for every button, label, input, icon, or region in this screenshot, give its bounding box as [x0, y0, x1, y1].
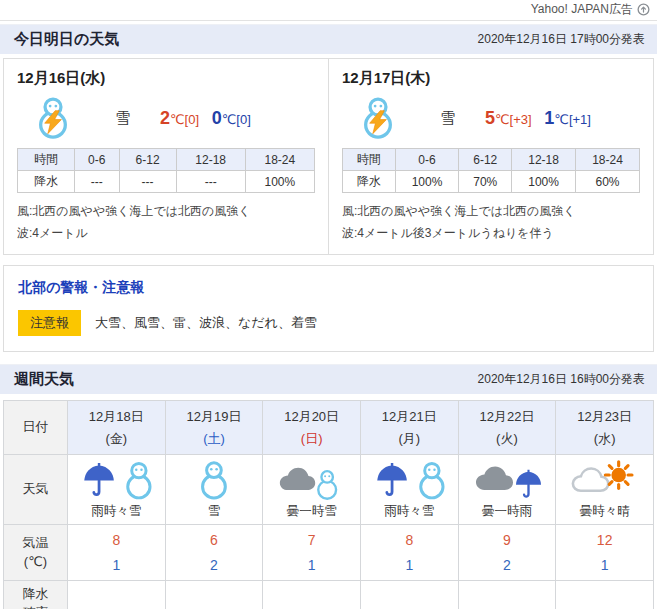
precip-probability-table: 時間0-66-1212-1818-24 降水100%70%100%60%: [342, 148, 640, 193]
cloud-sun-icon: [556, 458, 653, 502]
day-temps: 81: [360, 525, 458, 581]
snow-thunder-icon: [354, 95, 400, 141]
low-temp: 1: [544, 108, 554, 128]
forecast-card-today: 12月16日(水) 雪 2℃[0] 0℃[0] 時間0-66-1212-1818…: [4, 59, 328, 254]
rain-snow-icon: [68, 458, 165, 502]
day-weather: 曇一時雨: [458, 455, 556, 525]
weekly-temp-row: 気温(℃) 81 62 71 81 92 121: [4, 525, 654, 581]
weekly-date-row: 日付 12月18日(金) 12月19日(土) 12月20日(日) 12月21日(…: [4, 401, 654, 455]
table-header-row: 時間0-66-1212-1818-24: [343, 149, 640, 171]
warnings-link[interactable]: 北部の警報・注意報: [18, 279, 639, 297]
temperature-readout: 5℃[+3] 1℃[+1]: [485, 108, 591, 129]
weekly-section-title: 週間天気: [14, 370, 74, 389]
wind-note: 風:北西の風やや強く海上では北西の風強く: [342, 200, 640, 222]
cloud-snow-icon: [263, 458, 360, 502]
day-header: 12月20日(日): [263, 401, 361, 455]
high-temp: 5: [485, 108, 495, 128]
day-weather: 曇一時雪: [263, 455, 361, 525]
day-weather: 雨時々雪: [360, 455, 458, 525]
day-header: 12月19日(土): [165, 401, 263, 455]
temperature-readout: 2℃[0] 0℃[0]: [160, 108, 251, 129]
day-header: 12月21日(月): [360, 401, 458, 455]
condition-label: 雪: [115, 109, 130, 128]
card-date: 12月17日(木): [342, 69, 640, 88]
day-precip: 70: [360, 581, 458, 609]
day-precip: 70: [263, 581, 361, 609]
snow-thunder-icon: [29, 95, 75, 141]
table-row: 降水---------100%: [18, 171, 315, 193]
day-temps: 62: [165, 525, 263, 581]
weekly-forecast-table: 日付 12月18日(金) 12月19日(土) 12月20日(日) 12月21日(…: [3, 400, 654, 609]
day-weather: 曇時々晴: [556, 455, 654, 525]
ad-info-icon[interactable]: [637, 3, 650, 16]
today-section-title: 今日明日の天気: [14, 30, 119, 49]
row-label-weather: 天気: [4, 455, 68, 525]
row-label-temp: 気温(℃): [4, 525, 68, 581]
low-temp: 0: [212, 108, 222, 128]
day-header: 12月23日(水): [556, 401, 654, 455]
day-header: 12月18日(金): [68, 401, 166, 455]
wind-wave-notes: 風:北西の風やや強く海上では北西の風強く 波:4メートル: [17, 200, 315, 244]
today-tomorrow-cards: 12月16日(水) 雪 2℃[0] 0℃[0] 時間0-66-1212-1818…: [3, 58, 654, 255]
wave-note: 波:4メートル後3メートルうねりを伴う: [342, 222, 640, 244]
advisory-items: 大雪、風雪、雷、波浪、なだれ、着雪: [95, 314, 317, 332]
day-precip: 90: [165, 581, 263, 609]
table-header-row: 時間0-66-1212-1818-24: [18, 149, 315, 171]
day-precip: 50: [458, 581, 556, 609]
day-weather: 雨時々雪: [68, 455, 166, 525]
cloud-rain-icon: [459, 458, 556, 502]
wave-note: 波:4メートル: [17, 222, 315, 244]
card-date: 12月16日(水): [17, 69, 315, 88]
day-temps: 92: [458, 525, 556, 581]
day-temps: 71: [263, 525, 361, 581]
day-precip: 80: [68, 581, 166, 609]
table-row: 降水100%70%100%60%: [343, 171, 640, 193]
day-weather: 雪: [165, 455, 263, 525]
today-section-header: 今日明日の天気 2020年12月16日 17時00分発表: [0, 24, 657, 54]
row-label-date: 日付: [4, 401, 68, 455]
advisory-badge: 注意報: [18, 310, 81, 336]
row-label-precip: 降水確率(%): [4, 581, 68, 609]
forecast-card-tomorrow: 12月17日(木) 雪 5℃[+3] 1℃[+1] 時間0-66-1212-18…: [328, 59, 653, 254]
weekly-precip-row: 降水確率(%) 80 90 70 70 50 20: [4, 581, 654, 609]
rain-snow-icon: [361, 458, 458, 502]
day-precip: 20: [556, 581, 654, 609]
ad-label[interactable]: Yahoo! JAPAN広告: [531, 1, 633, 18]
precip-probability-table: 時間0-66-1212-1818-24 降水---------100%: [17, 148, 315, 193]
condition-label: 雪: [440, 109, 455, 128]
weekly-weather-row: 天気 雨時々雪 雪 曇一時雪 雨時々雪 曇一時雨 曇時々晴: [4, 455, 654, 525]
warnings-box: 北部の警報・注意報 注意報 大雪、風雪、雷、波浪、なだれ、着雪: [3, 265, 654, 352]
day-temps: 121: [556, 525, 654, 581]
today-published-time: 2020年12月16日 17時00分発表: [478, 31, 645, 48]
day-header: 12月22日(火): [458, 401, 556, 455]
ad-bar: Yahoo! JAPAN広告: [0, 0, 657, 21]
wind-wave-notes: 風:北西の風やや強く海上では北西の風強く 波:4メートル後3メートルうねりを伴う: [342, 200, 640, 244]
high-temp: 2: [160, 108, 170, 128]
snow-icon: [166, 458, 263, 502]
weekly-published-time: 2020年12月16日 16時00分発表: [478, 371, 645, 388]
day-temps: 81: [68, 525, 166, 581]
weekly-section-header: 週間天気 2020年12月16日 16時00分発表: [0, 364, 657, 394]
wind-note: 風:北西の風やや強く海上では北西の風強く: [17, 200, 315, 222]
